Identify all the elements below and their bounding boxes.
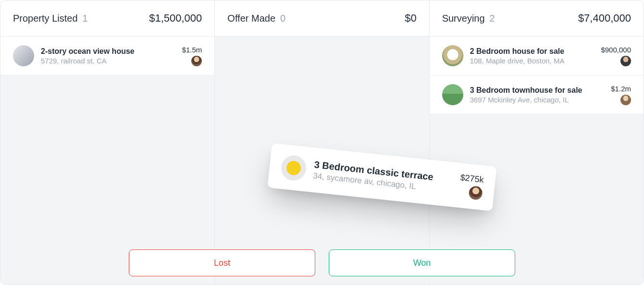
owner-avatar [620,95,631,105]
column-offer-made[interactable]: Offer Made 0 $0 [215,0,429,285]
property-card[interactable]: 3 Bedroom townhouse for sale 3697 Mckinl… [430,75,644,114]
drop-actions: Lost Won [129,249,515,276]
column-title: Offer Made [227,13,275,24]
property-title: 2 Bedroom house for sale [470,47,594,56]
property-title: 2-story ocean view house [41,47,175,56]
column-count: 2 [490,13,495,24]
owner-avatar [468,186,483,200]
property-address: 108, Maple drive, Boston, MA [470,57,594,65]
column-total: $1,500,000 [149,12,202,25]
column-title: Property Listed [13,13,78,24]
column-cards: 2-story ocean view house 5729, railroad … [0,37,214,285]
column-surveying[interactable]: Surveying 2 $7,400,000 2 Bedroom house f… [430,0,644,285]
property-thumb [280,154,307,182]
property-thumb [442,84,463,105]
property-address: 3697 Mckinley Ave, chicago, IL [470,96,605,104]
property-price: $1.2m [611,85,631,93]
column-header: Property Listed 1 $1,500,000 [0,0,214,37]
property-card[interactable]: 2 Bedroom house for sale 108, Maple driv… [430,37,644,75]
owner-avatar [191,56,202,66]
owner-avatar [620,56,631,66]
column-header: Surveying 2 $7,400,000 [430,0,644,37]
column-cards: 2 Bedroom house for sale 108, Maple driv… [430,37,644,285]
property-thumb [442,45,463,66]
column-title: Surveying [442,13,485,24]
column-total: $0 [405,12,416,25]
column-total: $7,400,000 [578,12,631,25]
property-price: $1.5m [182,46,202,54]
property-card[interactable]: 2-story ocean view house 5729, railroad … [0,37,214,75]
property-title: 3 Bedroom townhouse for sale [470,86,605,95]
property-thumb [13,45,34,66]
property-price: $900,000 [601,46,631,54]
column-count: 1 [83,13,88,24]
column-property-listed[interactable]: Property Listed 1 $1,500,000 2-story oce… [0,0,215,285]
column-header: Offer Made 0 $0 [215,0,429,37]
won-button[interactable]: Won [329,249,515,276]
kanban-board: Property Listed 1 $1,500,000 2-story oce… [0,0,644,285]
property-address: 5729, railroad st, CA [41,57,175,65]
column-count: 0 [280,13,285,24]
lost-button[interactable]: Lost [129,249,315,276]
property-price: $275k [460,173,484,185]
